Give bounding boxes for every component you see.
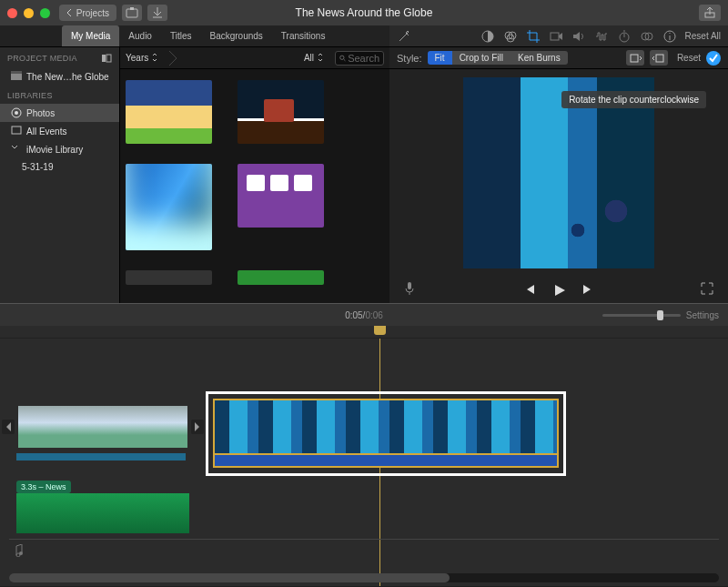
media-browser: My Media Audio Titles Backgrounds Transi… bbox=[0, 25, 389, 303]
timeline-ruler[interactable] bbox=[0, 326, 728, 339]
timeline[interactable]: 3.3s – News bbox=[0, 326, 728, 586]
timeline-clip-map-audio[interactable] bbox=[16, 453, 186, 460]
track-expand-right-button[interactable] bbox=[191, 420, 204, 434]
minimize-window-button[interactable] bbox=[24, 8, 34, 18]
sidebar-item-project[interactable]: The New…he Globe bbox=[0, 67, 119, 86]
media-thumbnail[interactable] bbox=[126, 270, 212, 285]
svg-rect-6 bbox=[11, 71, 22, 74]
timeline-clip-map[interactable] bbox=[18, 406, 187, 448]
volume-icon[interactable] bbox=[571, 29, 586, 44]
clip-filter-icon[interactable] bbox=[640, 29, 654, 44]
play-button[interactable] bbox=[552, 283, 565, 296]
transport-controls bbox=[389, 276, 728, 303]
color-balance-icon[interactable] bbox=[480, 29, 495, 44]
crop-style-segment: Fit Crop to Fill Ken Burns bbox=[428, 51, 568, 65]
svg-rect-20 bbox=[631, 55, 638, 62]
chevron-down-icon bbox=[11, 144, 22, 155]
speed-icon[interactable] bbox=[617, 29, 632, 44]
track-expand-left-button[interactable] bbox=[2, 420, 15, 434]
selected-clip-group[interactable] bbox=[206, 391, 566, 476]
tab-my-media[interactable]: My Media bbox=[62, 25, 119, 46]
browser-filter-bar: Years All Search bbox=[120, 47, 389, 69]
close-window-button[interactable] bbox=[7, 8, 17, 18]
back-to-projects-button[interactable]: Projects bbox=[59, 5, 116, 21]
preview-area: Rotate the clip counterclockwise bbox=[389, 69, 728, 276]
tab-titles[interactable]: Titles bbox=[161, 25, 201, 46]
photos-icon bbox=[11, 107, 22, 118]
sidebar-item-label: The New…he Globe bbox=[26, 72, 109, 82]
color-correction-icon[interactable] bbox=[503, 29, 518, 44]
filter-all[interactable]: All bbox=[304, 53, 328, 64]
search-input[interactable]: Search bbox=[335, 51, 384, 66]
stabilization-icon[interactable] bbox=[549, 29, 563, 44]
media-thumbnail[interactable] bbox=[238, 270, 324, 285]
zoom-window-button[interactable] bbox=[40, 8, 50, 18]
track-divider bbox=[9, 539, 719, 540]
timecode-bar: 0:05 / 0:06 Settings bbox=[0, 304, 728, 326]
prev-frame-button[interactable] bbox=[523, 283, 536, 296]
svg-rect-4 bbox=[106, 55, 111, 62]
apply-crop-button[interactable] bbox=[706, 51, 721, 66]
sidebar-item-label: 5-31-19 bbox=[22, 162, 53, 172]
sidebar-item-label: iMovie Library bbox=[26, 145, 83, 155]
events-icon bbox=[11, 126, 22, 137]
window-controls bbox=[7, 8, 50, 18]
total-time: 0:06 bbox=[365, 310, 382, 320]
tab-transitions[interactable]: Transitions bbox=[272, 25, 335, 46]
timeline-title-clip[interactable]: 3.3s – News bbox=[16, 481, 71, 493]
sidebar-item-imovie-library[interactable]: iMovie Library bbox=[0, 140, 119, 158]
browser-tabs: My Media Audio Titles Backgrounds Transi… bbox=[0, 25, 389, 47]
settings-button[interactable]: Settings bbox=[686, 310, 719, 320]
reset-all-button[interactable]: Reset All bbox=[685, 31, 721, 41]
next-frame-button[interactable] bbox=[581, 283, 594, 296]
libraries-header: LIBRARIES bbox=[0, 86, 119, 104]
sidebar-item-all-events[interactable]: All Events bbox=[0, 122, 119, 140]
share-button[interactable] bbox=[699, 5, 721, 21]
project-media-header: PROJECT MEDIA bbox=[0, 47, 119, 67]
info-icon[interactable] bbox=[662, 29, 677, 44]
adjustments-toolbar: Reset All bbox=[389, 25, 728, 47]
sidebar-toggle-icon[interactable] bbox=[101, 53, 112, 64]
style-crop-to-fill-button[interactable]: Crop to Fill bbox=[452, 51, 511, 65]
scrollbar-thumb[interactable] bbox=[9, 573, 450, 582]
noise-reduction-icon[interactable] bbox=[594, 29, 609, 44]
crop-style-bar: Style: Fit Crop to Fill Ken Burns Reset bbox=[389, 47, 728, 69]
timeline-audio-clip[interactable] bbox=[16, 493, 189, 533]
tab-audio[interactable]: Audio bbox=[119, 25, 161, 46]
sidebar-item-photos[interactable]: Photos bbox=[0, 104, 119, 122]
titlebar: Projects The News Around the Globe bbox=[0, 0, 728, 25]
svg-point-23 bbox=[19, 552, 23, 555]
media-thumbnail[interactable] bbox=[238, 164, 324, 228]
crop-icon[interactable] bbox=[526, 29, 541, 44]
search-icon bbox=[339, 54, 346, 63]
tab-backgrounds[interactable]: Backgrounds bbox=[200, 25, 271, 46]
download-button[interactable] bbox=[147, 5, 167, 21]
zoom-slider[interactable] bbox=[602, 314, 681, 317]
rotate-ccw-button[interactable] bbox=[650, 50, 668, 66]
import-media-button[interactable] bbox=[122, 5, 142, 21]
search-placeholder: Search bbox=[348, 53, 379, 64]
svg-point-8 bbox=[15, 111, 18, 115]
style-ken-burns-button[interactable]: Ken Burns bbox=[511, 51, 568, 65]
timeline-clip-waterfall-audio[interactable] bbox=[213, 455, 559, 468]
rotate-cw-button[interactable] bbox=[626, 50, 644, 66]
breadcrumb-years[interactable]: Years bbox=[126, 53, 162, 64]
media-thumbnail[interactable] bbox=[238, 80, 324, 144]
playhead[interactable] bbox=[374, 326, 386, 335]
library-sidebar: PROJECT MEDIA The New…he Globe LIBRARIES… bbox=[0, 47, 120, 303]
reset-crop-button[interactable]: Reset bbox=[677, 53, 701, 63]
svg-rect-22 bbox=[408, 282, 411, 289]
breadcrumb-chevron-icon bbox=[169, 51, 178, 66]
zoom-slider-thumb[interactable] bbox=[657, 310, 663, 320]
media-thumbnail[interactable] bbox=[126, 164, 212, 250]
voiceover-button[interactable] bbox=[404, 281, 415, 298]
sidebar-item-event-date[interactable]: 5-31-19 bbox=[0, 158, 119, 176]
timeline-scrollbar[interactable] bbox=[9, 573, 719, 582]
style-fit-button[interactable]: Fit bbox=[428, 51, 452, 65]
timeline-clip-waterfall[interactable] bbox=[213, 399, 559, 455]
fullscreen-button[interactable] bbox=[701, 282, 713, 297]
sort-icon bbox=[317, 53, 328, 64]
media-thumbnail[interactable] bbox=[126, 80, 212, 144]
enhance-icon[interactable] bbox=[397, 29, 411, 44]
back-label: Projects bbox=[76, 8, 109, 18]
